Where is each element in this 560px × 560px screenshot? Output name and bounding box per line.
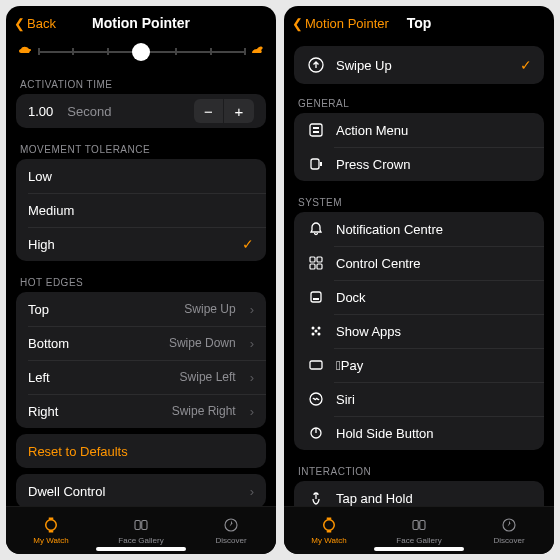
tolerance-option-low[interactable]: Low: [16, 159, 266, 193]
action-menu-row[interactable]: Action Menu: [294, 113, 544, 147]
control-centre-icon: [306, 255, 326, 271]
sensitivity-slider[interactable]: [16, 40, 266, 69]
svg-rect-11: [320, 162, 322, 166]
apps-icon: [306, 323, 326, 339]
svg-rect-10: [311, 159, 319, 169]
svg-rect-17: [313, 298, 319, 300]
chevron-right-icon: ›: [250, 404, 254, 419]
tap-hold-icon: [306, 490, 326, 506]
apple-pay-row[interactable]: Pay: [294, 348, 544, 382]
navbar: ❮ Back Motion Pointer: [6, 6, 276, 40]
svg-point-19: [318, 327, 321, 330]
tab-my-watch[interactable]: My Watch: [6, 507, 96, 554]
svg-rect-7: [310, 124, 322, 136]
check-icon: ✓: [242, 236, 254, 252]
section-header-activation: ACTIVATION TIME: [16, 69, 266, 94]
navbar: ❮ Motion Pointer Top: [284, 6, 554, 40]
tolerance-option-medium[interactable]: Medium: [16, 193, 266, 227]
section-header-hotedges: HOT EDGES: [16, 267, 266, 292]
tolerance-option-high[interactable]: High ✓: [16, 227, 266, 261]
check-icon: ✓: [520, 57, 532, 73]
section-header-tolerance: MOVEMENT TOLERANCE: [16, 134, 266, 159]
svg-rect-12: [310, 257, 315, 262]
hotedge-row-top[interactable]: Top Swipe Up ›: [16, 292, 266, 326]
dock-row[interactable]: Dock: [294, 280, 544, 314]
chevron-right-icon: ›: [250, 302, 254, 317]
activation-time-stepper: − +: [194, 99, 254, 123]
svg-rect-30: [413, 521, 418, 530]
hold-side-button-row[interactable]: Hold Side Button: [294, 416, 544, 450]
svg-rect-29: [327, 530, 332, 532]
notification-centre-row[interactable]: Notification Centre: [294, 212, 544, 246]
section-header-system: SYSTEM: [294, 187, 544, 212]
activation-time-value: 1.00: [28, 104, 53, 119]
page-title: Motion Pointer: [92, 15, 190, 31]
tortoise-icon: [18, 44, 32, 59]
back-button[interactable]: ❮ Back: [14, 16, 56, 31]
svg-rect-31: [420, 521, 425, 530]
chevron-left-icon: ❮: [292, 16, 303, 31]
section-header-interaction: INTERACTION: [294, 456, 544, 481]
swipe-up-icon: [306, 57, 326, 73]
back-button[interactable]: ❮ Motion Pointer: [292, 16, 389, 31]
reset-to-defaults-button[interactable]: Reset to Defaults: [16, 434, 266, 468]
left-screen: ❮ Back Motion Pointer: [6, 6, 276, 554]
stepper-plus-button[interactable]: +: [224, 99, 254, 123]
dwell-control-row[interactable]: Dwell Control ›: [16, 474, 266, 506]
hotedge-row-right[interactable]: Right Swipe Right ›: [16, 394, 266, 428]
selected-action-row[interactable]: Swipe Up ✓: [294, 46, 544, 84]
tap-and-hold-row[interactable]: Tap and Hold: [294, 481, 544, 506]
svg-point-0: [46, 520, 57, 531]
back-label: Motion Pointer: [305, 16, 389, 31]
right-screen: ❮ Motion Pointer Top Swipe Up ✓ GENERAL: [284, 6, 554, 554]
hotedge-row-bottom[interactable]: Bottom Swipe Down ›: [16, 326, 266, 360]
svg-rect-15: [317, 264, 322, 269]
show-apps-row[interactable]: Show Apps: [294, 314, 544, 348]
svg-rect-3: [135, 521, 140, 530]
svg-point-22: [318, 333, 321, 336]
chevron-right-icon: ›: [250, 370, 254, 385]
siri-icon: [306, 391, 326, 407]
svg-rect-8: [313, 127, 319, 129]
svg-rect-13: [317, 257, 322, 262]
hare-icon: [250, 44, 264, 59]
home-indicator[interactable]: [96, 547, 186, 551]
control-centre-row[interactable]: Control Centre: [294, 246, 544, 280]
activation-time-unit: Second: [67, 104, 184, 119]
chevron-left-icon: ❮: [14, 16, 25, 31]
stepper-minus-button[interactable]: −: [194, 99, 224, 123]
svg-rect-16: [311, 292, 321, 302]
svg-point-21: [312, 333, 315, 336]
bell-icon: [306, 221, 326, 237]
press-crown-icon: [306, 156, 326, 172]
activation-time-row: 1.00 Second − +: [16, 94, 266, 128]
slider-knob[interactable]: [132, 43, 150, 61]
back-label: Back: [27, 16, 56, 31]
tab-my-watch[interactable]: My Watch: [284, 507, 374, 554]
tab-discover[interactable]: Discover: [464, 507, 554, 554]
hotedge-row-left[interactable]: Left Swipe Left ›: [16, 360, 266, 394]
power-icon: [306, 425, 326, 441]
dock-icon: [306, 289, 326, 305]
tab-discover[interactable]: Discover: [186, 507, 276, 554]
svg-rect-1: [49, 518, 54, 520]
home-indicator[interactable]: [374, 547, 464, 551]
svg-point-18: [312, 327, 315, 330]
svg-point-20: [315, 330, 318, 333]
svg-rect-4: [142, 521, 147, 530]
svg-point-27: [324, 520, 335, 531]
svg-rect-28: [327, 518, 332, 520]
svg-rect-9: [313, 131, 319, 133]
svg-rect-2: [49, 530, 54, 532]
apple-pay-icon: [306, 357, 326, 373]
action-menu-icon: [306, 122, 326, 138]
tab-bar: My Watch Face Gallery Discover: [6, 506, 276, 554]
svg-rect-14: [310, 264, 315, 269]
svg-rect-23: [310, 361, 322, 369]
chevron-right-icon: ›: [250, 484, 254, 499]
page-title: Top: [407, 15, 432, 31]
press-crown-row[interactable]: Press Crown: [294, 147, 544, 181]
tab-bar: My Watch Face Gallery Discover: [284, 506, 554, 554]
section-header-general: GENERAL: [294, 88, 544, 113]
siri-row[interactable]: Siri: [294, 382, 544, 416]
